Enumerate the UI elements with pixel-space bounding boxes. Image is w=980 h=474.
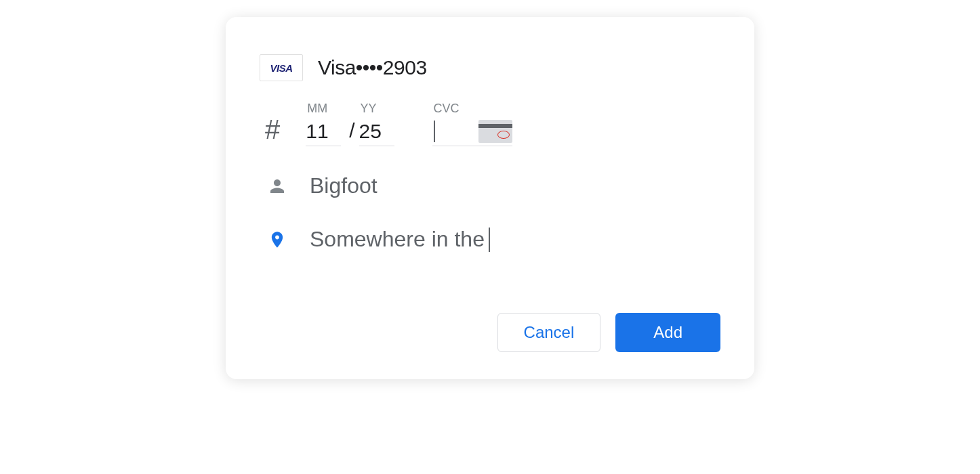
add-button[interactable]: Add: [615, 313, 720, 352]
cancel-button[interactable]: Cancel: [497, 313, 601, 352]
cvc-input[interactable]: [449, 120, 476, 143]
payment-card-dialog: VISA Visa••••2903 # MM / YY CVC: [226, 17, 754, 379]
visa-logo-icon: VISA: [260, 54, 303, 81]
address-row[interactable]: Somewhere in the: [260, 227, 720, 252]
cvc-input-container[interactable]: [432, 120, 512, 146]
cvc-card-icon: [478, 120, 512, 143]
cvc-label: CVC: [432, 102, 460, 116]
number-hash-icon: #: [265, 114, 280, 146]
year-field-group: YY: [359, 102, 394, 146]
visa-brand-text: VISA: [270, 62, 292, 74]
location-pin-icon: [266, 229, 288, 251]
expiry-separator: /: [341, 119, 359, 146]
cvc-field-group: CVC: [432, 102, 512, 146]
address-value: Somewhere in the: [310, 227, 485, 252]
expiry-row: # MM / YY CVC: [260, 102, 720, 146]
card-header: VISA Visa••••2903: [260, 54, 720, 81]
button-row: Cancel Add: [260, 313, 720, 352]
cardholder-name: Bigfoot: [310, 173, 377, 198]
month-field-group: MM: [306, 102, 341, 146]
year-label: YY: [359, 102, 377, 116]
address-cursor: [489, 228, 490, 252]
month-label: MM: [306, 102, 327, 116]
cvc-icon-stripe: [478, 124, 512, 128]
cvc-cursor: [434, 121, 435, 142]
person-icon: [266, 175, 288, 197]
name-row[interactable]: Bigfoot: [260, 173, 720, 198]
cvc-icon-circle: [497, 131, 510, 139]
year-input[interactable]: [359, 120, 394, 146]
address-text-container: Somewhere in the: [310, 227, 490, 252]
card-title: Visa••••2903: [318, 56, 427, 79]
month-input[interactable]: [306, 120, 341, 146]
